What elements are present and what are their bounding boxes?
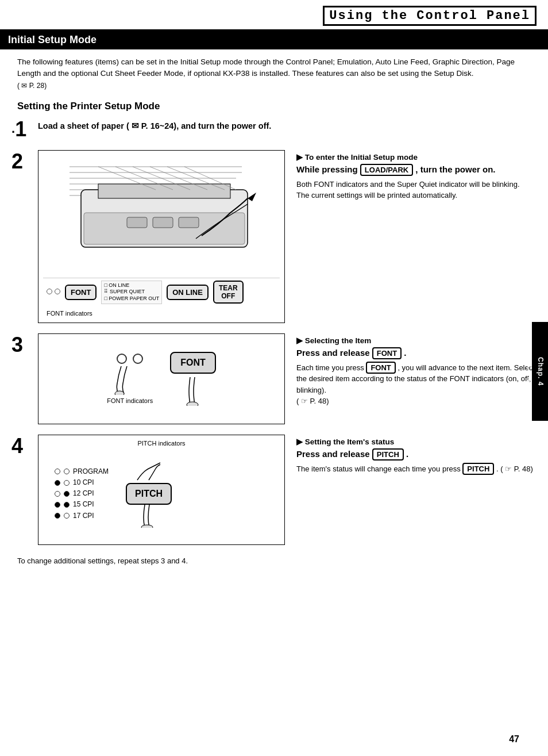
- font-key-3[interactable]: FONT: [372, 347, 402, 359]
- step-2-body: Both FONT indicators and the Super Quiet…: [296, 179, 537, 201]
- step-2-number: 2: [11, 150, 38, 172]
- pitch-row-4: 17 CPI: [55, 511, 109, 521]
- pitch-dot-1-0: [55, 480, 60, 486]
- pitch-button[interactable]: PITCH: [126, 483, 172, 505]
- side-tab-chapter: Chap. 4: [537, 357, 545, 386]
- font-key-inline[interactable]: FONT: [366, 362, 395, 374]
- step-4-illus-inner: PROGRAM 10 CPI 12 CPI: [43, 448, 280, 540]
- step-1: ·1 Load a sheet of paper ( ✉ P. 16~24), …: [11, 118, 537, 140]
- pitch-label-2: 12 CPI: [73, 488, 94, 499]
- step-3-left: FONT indicators FONT: [38, 333, 285, 424]
- svg-point-20: [141, 525, 153, 528]
- control-panel-strip: FONT □ ON LINE ⠿ SUPER QUIET □ POWER PAP…: [43, 278, 280, 306]
- pitch-button-area: PITCH: [126, 460, 172, 528]
- side-tab-label: Using the Control Panel: [526, 329, 533, 414]
- step-4-illustration: PITCH indicators PROGRAM 10 CPI: [38, 435, 285, 545]
- on-line-indicator: □ ON LINE: [104, 282, 159, 289]
- step-3-subheading: Press and release FONT .: [296, 347, 537, 359]
- page-header: Using the Control Panel: [0, 0, 548, 30]
- step-2-subheading: While pressing LOAD/PARK , turn the powe…: [296, 164, 537, 175]
- pitch-label-3: 15 CPI: [73, 499, 94, 510]
- font-indicators-label: FONT indicators: [43, 309, 280, 318]
- pitch-arrow-svg: [132, 460, 166, 483]
- svg-rect-11: [179, 217, 199, 228]
- pitch-label-0: PROGRAM: [73, 466, 109, 477]
- pitch-row-2: 12 CPI: [55, 488, 109, 499]
- font-button[interactable]: FONT: [65, 285, 97, 300]
- pitch-dot-0-1: [64, 469, 70, 474]
- step-2: 2: [11, 150, 537, 323]
- step-4-number: 4: [11, 435, 38, 456]
- on-line-button[interactable]: ON LINE: [167, 285, 209, 300]
- step-3-heading: Selecting the Item: [296, 336, 537, 345]
- bottom-note: To change additional settings, repeat st…: [11, 555, 537, 567]
- step-2-illustration: FONT □ ON LINE ⠿ SUPER QUIET □ POWER PAP…: [38, 150, 285, 323]
- pitch-dot-4-0: [55, 513, 60, 519]
- step-3-number: 3: [11, 333, 38, 355]
- font-dot-1: [47, 289, 52, 294]
- step-3-illus-inner: FONT indicators FONT: [43, 339, 280, 419]
- intro-text: The following features (items) can be se…: [11, 49, 537, 96]
- pitch-indicators-label: PITCH indicators: [43, 440, 280, 447]
- pitch-row-1: 10 CPI: [55, 477, 109, 488]
- step-4-body: The item's status will change each time …: [296, 463, 537, 475]
- step-4-heading: Setting the Item's status: [296, 437, 537, 446]
- finger-svg-left: [113, 366, 147, 395]
- pitch-row-3: 15 CPI: [55, 499, 109, 510]
- svg-point-18: [115, 391, 124, 395]
- step-1-number: ·1: [11, 118, 38, 140]
- side-tab: Chap. 4 Using the Control Panel: [532, 322, 548, 421]
- step-3-info: Selecting the Item Press and release FON…: [296, 333, 537, 409]
- pitch-dot-2-1: [64, 491, 70, 497]
- tear-off-button[interactable]: TEAR OFF: [213, 281, 244, 304]
- step-4: 4 PITCH indicators PROGRAM: [11, 435, 537, 545]
- font-indicators-area: [47, 289, 60, 296]
- pitch-dot-4-1: [64, 513, 70, 519]
- page-number: 47: [509, 734, 519, 745]
- font-indicators-label-3: FONT indicators: [107, 397, 153, 404]
- pitch-key-inline[interactable]: PITCH: [462, 463, 494, 475]
- step3-font-button-area: FONT: [170, 352, 216, 406]
- pitch-key-4[interactable]: PITCH: [372, 448, 404, 460]
- step-2-heading: To enter the Initial Setup mode: [296, 152, 537, 162]
- step-3: 3: [11, 333, 537, 424]
- page-title: Using the Control Panel: [323, 6, 537, 26]
- pitch-dot-1-1: [64, 480, 70, 486]
- pitch-dot-3-1: [64, 502, 70, 508]
- pitch-label-1: 10 CPI: [73, 477, 94, 488]
- step-3-illustration: FONT indicators FONT: [38, 333, 285, 424]
- step3-font-indicators: FONT indicators: [107, 354, 153, 404]
- pitch-finger-svg: [134, 505, 163, 528]
- power-paper-indicator: □ POWER PAPER OUT: [104, 296, 159, 302]
- font-dot-2: [55, 289, 60, 294]
- step-4-right: Setting the Item's status Press and rele…: [285, 435, 537, 477]
- step3-font-button[interactable]: FONT: [170, 352, 216, 374]
- font-circle-2: [133, 354, 143, 364]
- pitch-label-4: 17 CPI: [73, 511, 94, 521]
- step-2-right: To enter the Initial Setup mode While pr…: [285, 150, 537, 204]
- sub-heading: Setting the Printer Setup Mode: [11, 96, 537, 118]
- pitch-table: PROGRAM 10 CPI 12 CPI: [55, 466, 109, 521]
- font-circle-1: [117, 354, 127, 364]
- step-3-right: Selecting the Item Press and release FON…: [285, 333, 537, 409]
- step-1-text: Load a sheet of paper ( ✉ P. 16~24), and…: [38, 118, 271, 132]
- pitch-dot-3-0: [55, 502, 60, 508]
- step-4-info: Setting the Item's status Press and rele…: [296, 435, 537, 477]
- step-4-left: PITCH indicators PROGRAM 10 CPI: [38, 435, 285, 545]
- step-2-info: To enter the Initial Setup mode While pr…: [296, 150, 537, 204]
- super-quiet-indicator: ⠿ SUPER QUIET: [104, 289, 159, 296]
- step-4-subheading: Press and release PITCH .: [296, 448, 537, 460]
- pitch-dot-2-0: [55, 491, 60, 497]
- load-park-key[interactable]: LOAD/PARK: [360, 164, 413, 176]
- finger-svg-right: [179, 377, 207, 406]
- main-content: The following features (items) can be se…: [0, 49, 548, 578]
- svg-rect-9: [127, 217, 147, 228]
- svg-rect-10: [153, 217, 173, 228]
- step-3-body: Each time you press FONT , you will adva…: [296, 362, 537, 407]
- pitch-dot-0-0: [55, 469, 60, 474]
- section-heading: Initial Setup Mode: [0, 30, 548, 49]
- step-2-left: FONT □ ON LINE ⠿ SUPER QUIET □ POWER PAP…: [38, 150, 285, 323]
- indicator-labels: □ ON LINE ⠿ SUPER QUIET □ POWER PAPER OU…: [101, 281, 162, 304]
- svg-point-19: [187, 402, 198, 406]
- pitch-row-0: PROGRAM: [55, 466, 109, 477]
